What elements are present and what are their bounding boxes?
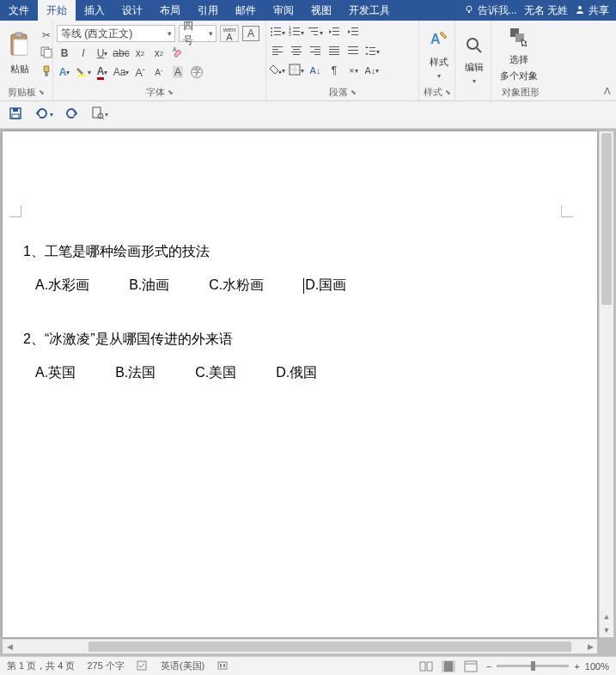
tab-layout[interactable]: 布局 <box>151 0 189 21</box>
question-2-options: A.英国 B.法国 C.美国 D.俄国 <box>23 364 546 382</box>
font-size-select[interactable]: 四号 <box>179 25 217 42</box>
read-mode-button[interactable] <box>419 660 433 672</box>
outdent-icon <box>328 26 340 40</box>
launcher-icon[interactable]: ⬊ <box>39 88 45 96</box>
align-distribute-button[interactable] <box>345 44 361 59</box>
highlight-button[interactable]: ▾ <box>76 64 91 80</box>
copy-button[interactable] <box>39 46 54 62</box>
align-right-button[interactable] <box>308 44 323 59</box>
italic-button[interactable]: I <box>76 46 91 61</box>
tab-insert[interactable]: 插入 <box>76 0 113 21</box>
print-layout-button[interactable] <box>442 660 455 672</box>
scroll-up-icon[interactable]: ▲ <box>600 610 613 623</box>
shading-button[interactable]: ▾ <box>270 63 285 78</box>
borders-button[interactable]: ▾ <box>289 63 304 78</box>
macro-icon[interactable] <box>217 660 229 673</box>
strikethrough-button[interactable]: abc <box>113 46 129 61</box>
text-effects-button[interactable]: A▾ <box>57 64 72 80</box>
svg-rect-7 <box>44 49 52 58</box>
slider-thumb[interactable] <box>531 661 535 671</box>
superscript-button[interactable]: x2 <box>151 46 167 61</box>
underline-button[interactable]: U▾ <box>95 46 110 61</box>
scrollbar-thumb[interactable] <box>88 642 571 652</box>
question-1: 1、工笔是哪种绘画形式的技法 <box>23 243 546 261</box>
svg-rect-77 <box>465 661 477 672</box>
grow-font-button[interactable]: Aˆ <box>132 64 148 80</box>
enclose-char-button[interactable]: 字 <box>189 64 204 80</box>
scroll-down-icon[interactable]: ▼ <box>600 623 613 637</box>
language[interactable]: 英语(美国) <box>161 660 204 672</box>
increase-indent-button[interactable] <box>345 25 361 40</box>
svg-rect-13 <box>274 27 281 28</box>
bold-button[interactable]: B <box>57 46 72 61</box>
select-objects-button[interactable]: 选择 多个对象 <box>495 23 543 84</box>
print-preview-button[interactable]: ▾ <box>91 106 108 123</box>
collapse-ribbon-button[interactable]: ᐱ <box>604 86 611 97</box>
asian-layout-button[interactable]: ✕▾ <box>345 63 361 78</box>
option: C.美国 <box>195 364 236 382</box>
font-color-button[interactable]: A▾ <box>95 64 110 80</box>
snap-button[interactable]: A↓▾ <box>364 63 380 78</box>
zoom-out-button[interactable]: − <box>486 661 491 672</box>
proofing-icon[interactable] <box>137 660 149 673</box>
subscript-button[interactable]: x2 <box>132 46 148 61</box>
tab-view[interactable]: 视图 <box>302 0 340 21</box>
cut-button[interactable]: ✂ <box>39 27 54 43</box>
svg-rect-50 <box>348 50 358 51</box>
svg-rect-76 <box>444 661 453 672</box>
svg-rect-49 <box>348 46 358 47</box>
word-count[interactable]: 275 个字 <box>87 660 124 672</box>
align-center-button[interactable] <box>289 44 304 59</box>
tab-file[interactable]: 文件 <box>0 0 38 21</box>
tab-devtools[interactable]: 开发工具 <box>340 0 399 21</box>
tab-mailings[interactable]: 邮件 <box>227 0 265 21</box>
phonetic-guide-button[interactable]: wénA <box>220 25 239 42</box>
bullets-button[interactable]: ▾ <box>270 25 285 40</box>
char-shading-button[interactable]: A <box>170 64 186 80</box>
tab-references[interactable]: 引用 <box>189 0 227 21</box>
tab-review[interactable]: 审阅 <box>265 0 302 21</box>
align-justify-button[interactable] <box>326 44 342 59</box>
format-painter-button[interactable] <box>39 65 54 81</box>
font-name-select[interactable]: 等线 (西文正文) <box>57 25 175 42</box>
editing-button[interactable]: 编辑 ▾ <box>459 23 490 97</box>
line-spacing-button[interactable]: ▾ <box>364 44 380 59</box>
multilevel-button[interactable]: ▾ <box>308 25 323 40</box>
sort-button[interactable]: A↓ <box>308 63 323 78</box>
web-layout-button[interactable] <box>464 660 478 672</box>
launcher-icon[interactable]: ⬊ <box>168 88 174 96</box>
svg-point-14 <box>271 31 272 33</box>
align-left-button[interactable] <box>270 44 285 59</box>
zoom-level[interactable]: 100% <box>585 661 609 672</box>
change-case-button[interactable]: Aa▾ <box>113 64 129 80</box>
horizontal-scrollbar[interactable]: ◀ ▶ <box>3 639 597 654</box>
user-name[interactable]: 无名 无姓 <box>524 3 568 18</box>
zoom-in-button[interactable]: + <box>574 661 579 672</box>
paste-button[interactable]: 粘贴 <box>3 23 36 84</box>
zoom-slider[interactable] <box>497 665 569 667</box>
share-button[interactable]: 共享 <box>575 3 609 18</box>
vertical-scrollbar[interactable]: ▲ ▼ <box>599 131 613 637</box>
undo-button[interactable]: ▾ <box>34 106 53 123</box>
tab-design[interactable]: 设计 <box>113 0 151 21</box>
scroll-left-icon[interactable]: ◀ <box>3 640 16 654</box>
numbering-button[interactable]: 123▾ <box>289 25 304 40</box>
page[interactable]: 1、工笔是哪种绘画形式的技法 A.水彩画 B.油画 C.水粉画 D.国画 2、“… <box>3 131 597 637</box>
editing-label: 编辑 <box>465 61 484 74</box>
tell-me[interactable]: 告诉我... <box>464 3 517 18</box>
show-marks-button[interactable]: ¶ <box>326 63 342 78</box>
redo-button[interactable] <box>65 106 79 123</box>
decrease-indent-button[interactable] <box>326 25 342 40</box>
document-content[interactable]: 1、工笔是哪种绘画形式的技法 A.水彩画 B.油画 C.水粉画 D.国画 2、“… <box>23 243 546 418</box>
page-count[interactable]: 第 1 页，共 4 页 <box>7 660 75 672</box>
scrollbar-thumb[interactable] <box>601 133 612 305</box>
launcher-icon[interactable]: ⬊ <box>351 88 357 96</box>
scroll-right-icon[interactable]: ▶ <box>583 640 597 654</box>
styles-button[interactable]: A 样式 ▾ <box>423 23 455 84</box>
tab-home[interactable]: 开始 <box>38 0 76 21</box>
save-button[interactable] <box>9 106 22 123</box>
launcher-icon[interactable]: ⬊ <box>445 88 451 96</box>
char-border-button[interactable]: A <box>242 26 259 41</box>
svg-rect-44 <box>314 54 320 55</box>
shrink-font-button[interactable]: Aˇ <box>151 64 167 80</box>
